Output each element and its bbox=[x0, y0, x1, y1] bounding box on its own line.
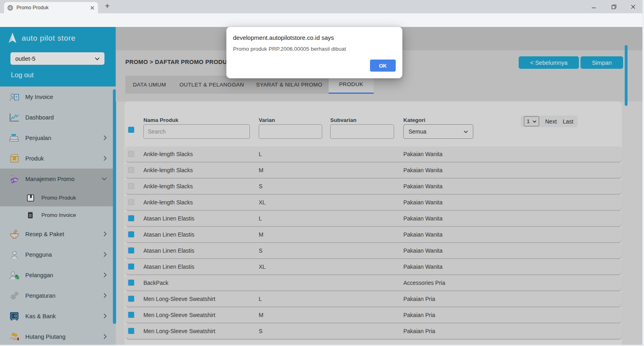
tab-close-icon[interactable]: ✕ bbox=[90, 5, 95, 11]
minimize-button[interactable] bbox=[585, 0, 603, 13]
dialog-ok-button[interactable]: OK bbox=[370, 60, 396, 72]
browser-tab-strip: Promo Produk ✕ + bbox=[0, 0, 644, 13]
dialog-title: development.autopilotstore.co.id says bbox=[233, 34, 334, 41]
globe-favicon-icon bbox=[7, 5, 13, 11]
close-window-button[interactable] bbox=[624, 0, 642, 13]
new-tab-button[interactable]: + bbox=[102, 1, 112, 11]
window-frame-right bbox=[642, 0, 644, 346]
browser-tab[interactable]: Promo Produk ✕ bbox=[4, 2, 98, 13]
browser-toolbar: development.autopilotstore.co.id/promo_p… bbox=[0, 13, 644, 27]
dialog-message: Promo produk PRP.2006.00005 berhasil dib… bbox=[233, 46, 346, 52]
tab-title: Promo Produk bbox=[16, 5, 90, 10]
restore-button[interactable] bbox=[605, 0, 623, 13]
js-alert-dialog: development.autopilotstore.co.id says Pr… bbox=[226, 27, 403, 78]
